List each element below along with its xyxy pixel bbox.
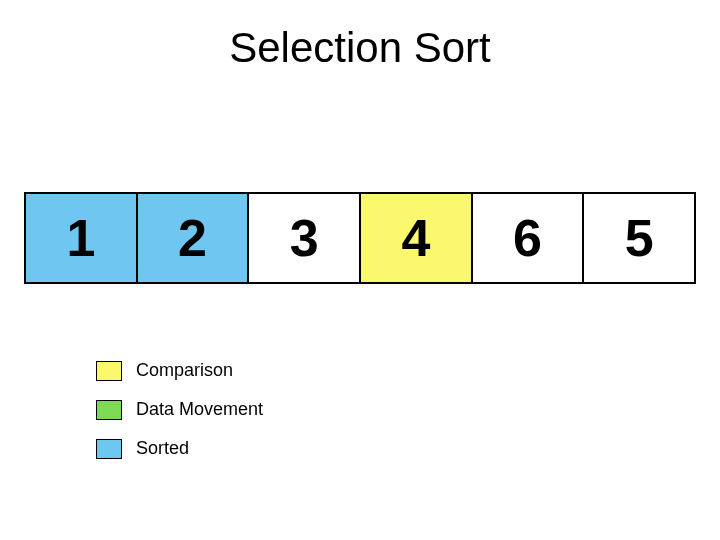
legend-label: Data Movement [136,399,263,420]
legend-item-comparison: Comparison [96,360,263,381]
legend-label: Comparison [136,360,233,381]
legend: Comparison Data Movement Sorted [96,360,263,459]
array-cell: 3 [249,194,361,282]
array-cell: 4 [361,194,473,282]
swatch-comparison [96,361,122,381]
legend-item-sorted: Sorted [96,438,263,459]
array-cell: 6 [473,194,585,282]
legend-label: Sorted [136,438,189,459]
legend-item-datamove: Data Movement [96,399,263,420]
swatch-datamove [96,400,122,420]
array-cell: 2 [138,194,250,282]
array-cell: 5 [584,194,694,282]
page-title: Selection Sort [0,24,720,72]
sort-array: 1 2 3 4 6 5 [24,192,696,284]
swatch-sorted [96,439,122,459]
array-cell: 1 [26,194,138,282]
